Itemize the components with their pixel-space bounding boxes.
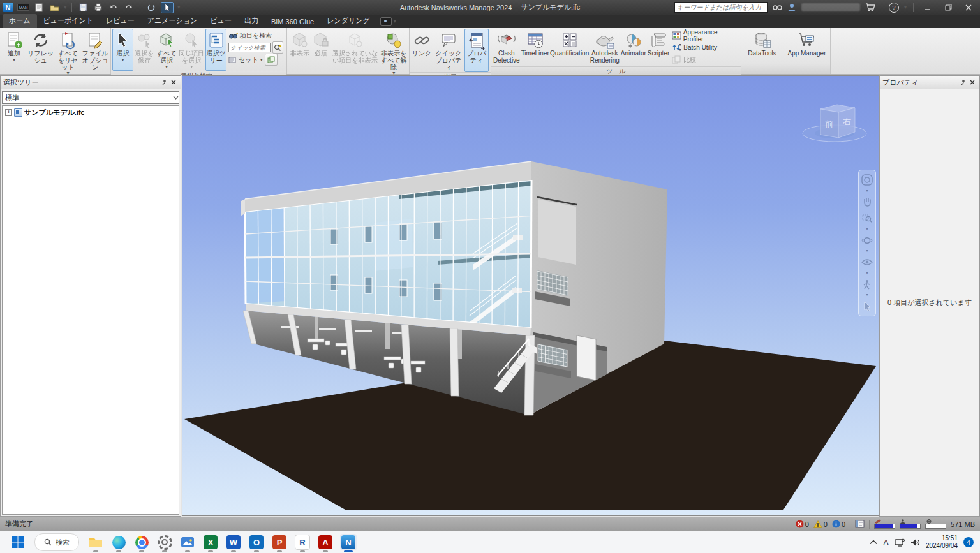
open-file-icon[interactable] <box>48 3 60 13</box>
taskbar-word[interactable]: W <box>225 534 242 550</box>
links-button[interactable]: リンク <box>411 29 433 72</box>
select-button[interactable]: 選択▾ <box>112 29 133 71</box>
tab-output[interactable]: 出力 <box>238 14 265 28</box>
reset-all-button[interactable]: すべてをリセット▾ <box>55 29 82 77</box>
close-button[interactable] <box>961 2 976 13</box>
print-icon[interactable] <box>93 3 104 13</box>
notification-badge[interactable]: 4 <box>963 537 974 547</box>
new-file-icon[interactable] <box>33 3 45 13</box>
refresh-icon[interactable] <box>145 3 157 13</box>
tray-chevron-up-icon[interactable] <box>870 540 877 545</box>
taskbar-settings[interactable] <box>156 534 173 550</box>
taskbar-revit[interactable]: R <box>294 534 311 550</box>
taskbar-chrome[interactable] <box>133 534 150 550</box>
manage-sets-button[interactable] <box>265 54 278 66</box>
full-navigation-wheel-icon[interactable] <box>861 173 873 186</box>
screencast-menu-button[interactable]: ▾ <box>380 17 396 28</box>
batch-utility-button[interactable]: Batch Utility <box>672 42 738 53</box>
clash-detective-button[interactable]: Clash Detective <box>493 29 521 66</box>
look-around-icon[interactable] <box>861 256 873 269</box>
tab-review[interactable]: レビュー <box>100 14 141 28</box>
autodesk-rendering-button[interactable]: Autodesk Rendering <box>590 29 620 66</box>
unhide-all-button[interactable]: 非表示をすべて解除▾ <box>380 29 408 77</box>
ime-indicator[interactable]: A <box>883 538 889 547</box>
taskbar-edge[interactable] <box>110 534 127 550</box>
zoom-icon[interactable] <box>861 212 873 225</box>
save-icon[interactable] <box>77 3 89 13</box>
qat-customize-dropdown-icon[interactable]: ▾ <box>177 5 180 10</box>
datatools-button[interactable]: DataTools <box>744 29 781 64</box>
file-options-button[interactable]: ファイルオプション <box>81 29 109 77</box>
navisworks-logo[interactable]: N <box>3 3 13 12</box>
taskbar-snipping-tool[interactable] <box>179 534 196 550</box>
orbit-icon[interactable] <box>861 234 873 247</box>
quick-find-button[interactable] <box>272 41 283 54</box>
quick-properties-button[interactable]: クイックプロパティ <box>433 29 464 72</box>
compare-icon <box>672 55 681 64</box>
quantification-button[interactable]: Quantification <box>550 29 590 66</box>
taskbar-navisworks[interactable]: N <box>340 534 357 550</box>
report-panel-icon[interactable] <box>855 520 865 528</box>
quick-properties-icon <box>439 30 458 50</box>
taskbar-file-explorer[interactable] <box>87 534 104 550</box>
tab-rendering[interactable]: レンダリング <box>320 14 376 28</box>
find-items-button[interactable]: 項目を検索 <box>228 30 283 41</box>
appearance-profiler-button[interactable]: Appearance Profiler <box>672 30 738 41</box>
tab-view[interactable]: ビュー <box>204 14 238 28</box>
add-button[interactable]: 追加▾ <box>1 29 27 77</box>
pan-icon[interactable] <box>861 195 873 208</box>
add-file-icon <box>4 30 24 50</box>
walk-icon[interactable] <box>861 278 873 291</box>
refresh-button[interactable]: リフレッシュ <box>27 29 55 77</box>
open-dropdown-icon[interactable]: ▾ <box>64 5 66 10</box>
viewport-3d[interactable]: 前 右 ▾ ▾ ▾ ▾ ▾ <box>182 75 879 516</box>
taskbar-outlook[interactable]: O <box>248 534 265 550</box>
close-panel-icon[interactable] <box>169 78 178 87</box>
tray-network-icon[interactable] <box>895 538 905 547</box>
tray-clock[interactable]: 15:51 2024/09/04 <box>926 535 958 550</box>
taskbar-acrobat[interactable]: A <box>317 534 334 550</box>
restore-button[interactable] <box>940 2 956 13</box>
app-manager-button[interactable]: App Manager <box>786 29 828 64</box>
select-tool-button[interactable] <box>161 2 174 13</box>
properties-header: プロパティ <box>880 76 979 89</box>
start-button[interactable] <box>10 534 26 550</box>
select-all-button[interactable]: すべて選択▾ <box>156 29 178 71</box>
help-icon[interactable]: ? <box>889 3 899 13</box>
scripter-button[interactable]: Scripter <box>647 29 670 66</box>
sets-button[interactable]: セット <box>239 55 258 64</box>
minimize-button[interactable] <box>920 2 935 13</box>
help-dropdown-icon[interactable]: ▾ <box>904 5 907 10</box>
tree-mode-combobox[interactable]: 標準 <box>2 91 179 104</box>
tab-bim360glue[interactable]: BIM 360 Glue <box>265 16 320 28</box>
taskbar-search[interactable]: 検索 <box>34 533 79 551</box>
app-store-cart-icon[interactable] <box>865 3 875 11</box>
ribbon: 追加▾ リフレッシュ すべてをリセット▾ ファイルオプション プロジェクト▾ 選… <box>0 28 980 75</box>
tab-animation[interactable]: アニメーション <box>141 14 204 28</box>
quick-find-input[interactable] <box>228 43 271 52</box>
redo-icon[interactable] <box>123 3 135 13</box>
animator-button[interactable]: Animator <box>620 29 647 66</box>
properties-button[interactable]: プロパティ <box>464 29 489 72</box>
tab-home[interactable]: ホーム <box>3 14 37 28</box>
tab-viewpoint[interactable]: ビューポイント <box>37 14 100 28</box>
ribbon-group-appmanager: App Manager <box>783 28 831 74</box>
binoculars-search-icon[interactable] <box>773 4 782 11</box>
selection-tree-button[interactable]: 選択ツリー <box>205 29 226 71</box>
timeliner-button[interactable]: TimeLiner <box>521 29 550 66</box>
pin-icon[interactable] <box>160 78 169 87</box>
undo-icon[interactable] <box>108 3 119 13</box>
close-panel-icon[interactable] <box>968 78 977 87</box>
info-counter[interactable]: 0 <box>832 520 845 528</box>
tree-item-model[interactable]: + サンプルモデル.ifc <box>3 106 179 117</box>
tray-volume-icon[interactable] <box>910 538 920 547</box>
warning-counter[interactable]: 0 <box>813 520 828 528</box>
error-counter[interactable]: 0 <box>796 520 809 528</box>
sign-in-user-icon[interactable] <box>787 3 796 11</box>
navbar-select-icon[interactable] <box>861 300 873 313</box>
taskbar-powerpoint[interactable]: P <box>271 534 288 550</box>
help-search-input[interactable] <box>674 2 768 13</box>
expand-icon[interactable]: + <box>5 109 12 116</box>
taskbar-excel[interactable]: X <box>202 534 219 550</box>
pin-icon[interactable] <box>959 78 968 87</box>
